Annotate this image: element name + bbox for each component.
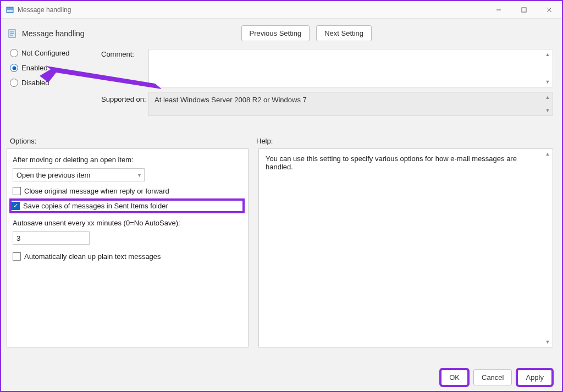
help-label: Help: — [256, 137, 553, 145]
radio-icon — [10, 79, 18, 87]
comment-textarea[interactable] — [148, 49, 553, 87]
minimize-button[interactable] — [486, 1, 511, 19]
supported-on-value: At least Windows Server 2008 R2 or Windo… — [154, 96, 307, 104]
help-panel: You can use this setting to specify vari… — [258, 148, 553, 347]
scroll-up-icon[interactable] — [544, 93, 551, 101]
autosave-label: Autosave unsent every xx minutes (0=No A… — [13, 219, 242, 227]
comment-label: Comment: — [101, 49, 145, 58]
radio-icon — [10, 64, 18, 72]
auto-clean-checkbox-row[interactable]: Automatically clean up plain text messag… — [13, 252, 242, 261]
chevron-down-icon: ▾ — [138, 172, 141, 178]
select-value: Open the previous item — [16, 171, 90, 179]
checkbox-label: Automatically clean up plain text messag… — [24, 252, 161, 261]
save-copies-checkbox-row[interactable]: Save copies of messages in Sent Items fo… — [12, 201, 242, 211]
close-button[interactable] — [537, 1, 562, 19]
radio-not-configured[interactable]: Not Configured — [10, 49, 98, 57]
config-section: Not Configured Enabled Disabled Comment:… — [1, 43, 562, 129]
lower-split: After moving or deleting an open item: O… — [1, 148, 562, 347]
radio-label: Enabled — [21, 64, 48, 72]
autosave-input[interactable]: 3 — [13, 231, 90, 245]
scroll-up-icon[interactable] — [544, 51, 551, 58]
header-row: Message handling Previous Setting Next S… — [1, 19, 562, 43]
next-setting-button[interactable]: Next Setting — [316, 25, 372, 41]
supported-on-label: Supported on: — [101, 92, 145, 103]
policy-icon — [8, 29, 18, 38]
options-panel: After moving or deleting an open item: O… — [7, 148, 249, 347]
apply-button[interactable]: Apply — [517, 369, 552, 385]
dialog-buttons: OK Cancel Apply — [441, 369, 552, 385]
autosave-value: 3 — [16, 234, 20, 242]
scroll-down-icon[interactable] — [544, 78, 551, 86]
maximize-button[interactable] — [511, 1, 537, 19]
titlebar: Message handling — [1, 1, 562, 19]
radio-label: Not Configured — [21, 49, 69, 57]
svg-rect-1 — [7, 10, 13, 12]
options-label: Options: — [10, 137, 256, 145]
previous-setting-button[interactable]: Previous Setting — [241, 25, 310, 41]
checkbox-label: Close original message when reply or for… — [24, 187, 169, 195]
section-labels: Options: Help: — [1, 129, 562, 148]
state-radio-group: Not Configured Enabled Disabled — [10, 49, 98, 87]
radio-disabled[interactable]: Disabled — [10, 79, 98, 87]
scroll-down-icon[interactable] — [544, 107, 551, 114]
window-controls — [486, 1, 562, 19]
cancel-button[interactable]: Cancel — [473, 369, 512, 385]
app-icon — [5, 5, 14, 14]
close-original-checkbox-row[interactable]: Close original message when reply or for… — [13, 187, 242, 195]
help-text: You can use this setting to specify vari… — [266, 154, 517, 171]
supported-on-box: At least Windows Server 2008 R2 or Windo… — [148, 92, 553, 116]
ok-button[interactable]: OK — [441, 369, 468, 385]
after-move-label: After moving or deleting an open item: — [13, 156, 242, 164]
checkbox-icon — [12, 202, 20, 210]
scroll-up-icon[interactable] — [544, 150, 551, 158]
after-move-select[interactable]: Open the previous item ▾ — [13, 168, 145, 181]
scroll-down-icon[interactable] — [544, 338, 551, 346]
radio-label: Disabled — [21, 79, 49, 87]
radio-icon — [10, 49, 18, 57]
policy-name: Message handling — [22, 29, 85, 38]
checkbox-icon — [13, 252, 21, 261]
window-title: Message handling — [18, 6, 71, 14]
svg-rect-3 — [522, 8, 526, 12]
checkbox-icon — [13, 187, 21, 195]
radio-enabled[interactable]: Enabled — [10, 64, 98, 72]
checkbox-label: Save copies of messages in Sent Items fo… — [23, 202, 168, 210]
